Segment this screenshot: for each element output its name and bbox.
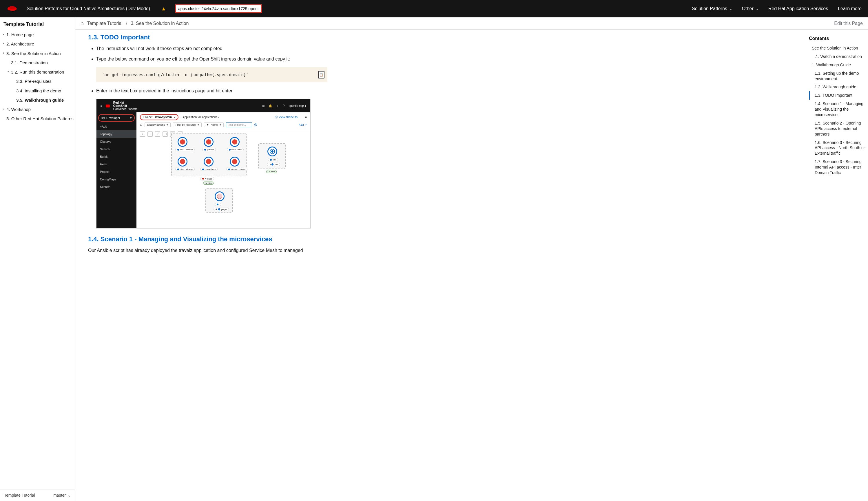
name-filter-dropdown: ▼ Name ▾ — [204, 122, 224, 127]
sidebar-item-label: 1. Home page — [7, 32, 34, 37]
group-label: ▲ kiali — [266, 170, 277, 173]
sidebar-item[interactable]: ▸1. Home page — [1, 30, 74, 39]
text: basic — [208, 178, 212, 180]
console-nav-item: Observe — [96, 138, 136, 145]
console-nav-item-active: Topology — [96, 130, 136, 138]
view-shortcuts-link: ⓘ View shortcuts — [275, 115, 298, 119]
section-heading-1-3: 1.3. TODO Important — [88, 34, 327, 41]
sidebar-item-label: 3.4. Installing the demo — [16, 88, 61, 93]
application-selector: Application: all applications ▾ — [182, 116, 220, 119]
deployment-node — [204, 137, 213, 147]
caret-down-icon: ▾ — [8, 70, 9, 73]
bold-text: oc cli — [166, 56, 177, 61]
sidebar-item-label: 2. Architecture — [7, 41, 34, 46]
list-item: Enter in the text box provided in the in… — [96, 87, 327, 94]
console-nav-item: Project — [96, 168, 136, 175]
topology-canvas: Project: istio-system ▾ Application: all… — [136, 113, 310, 228]
user-menu: opentlc-mgr ▾ — [288, 104, 306, 107]
help-icon: ? — [283, 104, 285, 107]
text: grafana — [207, 149, 214, 151]
console-topbar: ≡ Red Hat OpenShift Container Platform ⊞… — [96, 99, 310, 113]
text: Name — [211, 124, 218, 126]
display-options-dropdown: Display options ▾ — [145, 122, 171, 127]
sidebar-item[interactable]: 3.1. Demonstration — [1, 58, 74, 67]
text: istio — [208, 182, 212, 184]
text: View shortcuts — [279, 116, 298, 119]
sidebar-item-active[interactable]: 3.5. Walkthrough guide — [1, 96, 74, 105]
toc-link[interactable]: 1. Walkthrough Guide — [809, 61, 865, 69]
section-heading-1-4: 1.4. Scenario 1 - Managing and Visualizi… — [88, 235, 327, 243]
toc-link[interactable]: 1.2. Walkthrough guide — [809, 83, 865, 91]
section-paragraph: Our Ansible script has already deployed … — [88, 247, 327, 254]
breadcrumb-item: 3. See the Solution in Action — [131, 21, 189, 26]
text: Kiali — [299, 124, 304, 126]
toc-link[interactable]: See the Solution in Action — [809, 44, 865, 52]
nav-app-services[interactable]: Red Hat Application Services — [768, 6, 828, 11]
text: kiali — [273, 159, 276, 161]
list-item: The instructions will not work if these … — [96, 45, 327, 52]
breadcrumb-bar: ⌂ Template Tutorial / 3. See the Solutio… — [75, 17, 868, 30]
nav-solution-patterns[interactable]: Solution Patterns⌄ — [692, 6, 732, 11]
sidebar-item[interactable]: 5. Other Red Hat Solution Patterns — [1, 114, 74, 124]
node-label — [215, 203, 221, 206]
sidebar-item-label: 3.1. Demonstration — [11, 60, 48, 65]
text: to get the OpenShift ingress domain valu… — [177, 56, 290, 61]
sidebar-item[interactable]: ▾3.2. Run this demonstration — [1, 67, 74, 77]
sidebar-item[interactable]: 3.4. Installing the demo — [1, 86, 74, 96]
node-label: istiod-basic — [227, 148, 244, 151]
text: Type the below command on you — [96, 56, 166, 61]
node-label: istio-…ateway — [175, 168, 195, 171]
branch-label: master — [53, 493, 66, 498]
deployment-node — [267, 147, 277, 156]
edit-page-link[interactable]: Edit this Page — [834, 21, 863, 26]
expand-icon: ⛶ — [162, 131, 168, 137]
sidebar-item-label: 3. See the Solution in Action — [7, 51, 61, 56]
redhat-logo-icon — [7, 4, 18, 13]
top-navbar: Solution Patterns for Cloud Native Archi… — [0, 0, 868, 17]
toc-link-active[interactable]: 1.3. TODO Important — [809, 91, 865, 100]
sidebar-item-label: 3.2. Run this demonstration — [11, 70, 64, 74]
cluster-url-input[interactable] — [175, 4, 262, 13]
console-nav-item: +Add — [96, 123, 136, 130]
caret-right-icon: ▸ — [3, 32, 4, 36]
toc-link[interactable]: 1.6. Scenario 3 - Securing API access - … — [809, 138, 865, 158]
console-nav-item: Search — [96, 145, 136, 153]
chevron-down-icon: ⌄ — [730, 7, 732, 11]
openshift-console-screenshot: ≡ Red Hat OpenShift Container Platform ⊞… — [96, 99, 310, 228]
sidebar-item[interactable]: 3.3. Pre-requisites — [1, 77, 74, 86]
project-selector: Project: istio-system ▾ — [140, 114, 179, 120]
caret-right-icon: ▸ — [3, 42, 4, 45]
chevron-down-icon: ⌄ — [67, 493, 71, 498]
text: Application: — [182, 116, 198, 119]
node-label: ◑ 🔵 kiali — [267, 163, 280, 166]
filter-resource-dropdown: Filter by resource ▾ — [173, 122, 202, 127]
fit-icon: ⤢ — [155, 131, 160, 137]
toc-link[interactable]: 1.5. Scenario 2 - Opening APIs access to… — [809, 119, 865, 138]
topology-group: kiali ◑ 🔵 kiali — [258, 143, 286, 169]
console-brand: Red Hat OpenShift Container Platform — [113, 101, 137, 110]
sidebar-item[interactable]: ▸2. Architecture — [1, 39, 74, 49]
nav-learn-more[interactable]: Learn more — [838, 6, 861, 11]
grid-icon: ⊞ — [262, 104, 265, 107]
main-area: ⌂ Template Tutorial / 3. See the Solutio… — [75, 17, 868, 501]
sidebar-item[interactable]: ▾3. See the Solution in Action — [1, 49, 74, 58]
caret-down-icon: ▾ — [173, 116, 175, 119]
breadcrumb-item[interactable]: Template Tutorial — [87, 21, 123, 26]
toc-link[interactable]: 1.1. Setting up the demo environment — [809, 69, 865, 83]
breadcrumb-separator: / — [126, 21, 127, 26]
bell-icon: 🔔 — [268, 104, 272, 107]
filter-bar: ⊡ Display options ▾ Filter by resource ▾… — [136, 121, 310, 130]
nav-label: Solution Patterns — [692, 6, 727, 11]
sidebar-item-label: 4. Workshop — [7, 107, 31, 112]
caret-down-icon: ▾ — [130, 116, 132, 120]
branch-selector[interactable]: master⌄ — [53, 493, 71, 498]
toc-link[interactable]: .1. Watch a demonstration — [809, 52, 865, 61]
toc-link[interactable]: 1.4. Scenario 1 - Managing and Visualizi… — [809, 100, 865, 119]
copy-icon[interactable]: 📋 — [318, 71, 325, 78]
toc-link[interactable]: 1.7. Scenario 3 - Securing Internal API … — [809, 158, 865, 177]
text: Developer — [106, 116, 120, 120]
home-icon[interactable]: ⌂ — [81, 20, 84, 26]
sidebar-item[interactable]: ▸4. Workshop — [1, 105, 74, 114]
article-content: 1.3. TODO Important The instructions wil… — [75, 30, 336, 501]
nav-other[interactable]: Other⌄ — [742, 6, 759, 11]
